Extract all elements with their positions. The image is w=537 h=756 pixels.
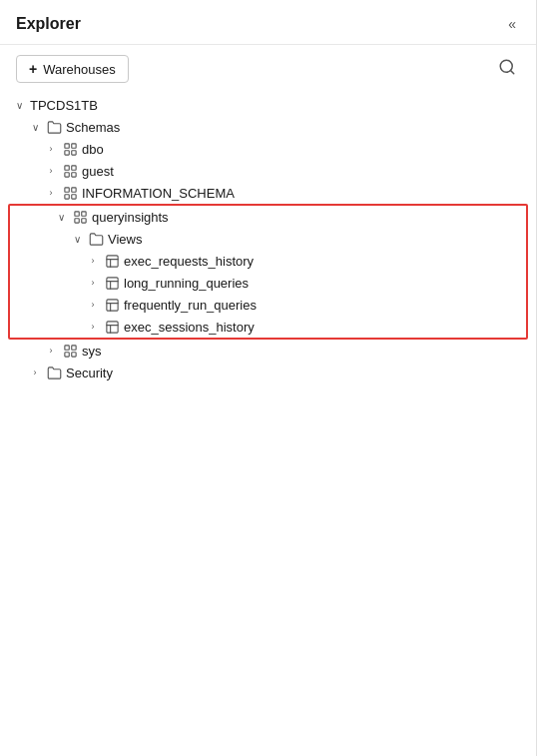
node-label: Views: [108, 232, 142, 247]
svg-rect-11: [71, 187, 75, 191]
node-label: guest: [82, 164, 114, 179]
chevron-right-icon: ›: [44, 166, 58, 176]
folder-icon: [88, 231, 104, 247]
tree-node-security[interactable]: › Security: [0, 362, 536, 383]
collapse-button[interactable]: «: [504, 14, 520, 34]
node-label: sys: [82, 344, 102, 359]
node-label: TPCDS1TB: [30, 98, 98, 113]
node-label: queryinsights: [92, 210, 169, 225]
chevron-right-icon: ›: [86, 322, 100, 332]
svg-rect-32: [64, 352, 68, 356]
node-label: Security: [66, 366, 113, 380]
add-warehouses-button[interactable]: + Warehouses: [16, 55, 129, 83]
chevron-right-icon: ›: [44, 346, 58, 356]
node-label: Schemas: [66, 120, 120, 135]
chevron-right-icon: ›: [86, 256, 100, 266]
svg-rect-16: [74, 218, 78, 222]
svg-rect-24: [106, 299, 117, 310]
view-icon: [104, 297, 120, 313]
svg-rect-18: [106, 255, 117, 266]
chevron-down-icon: ∨: [70, 234, 84, 245]
tree-node-views[interactable]: ∨ Views: [10, 228, 526, 250]
toolbar: + Warehouses: [0, 45, 536, 91]
schema-icon: [62, 343, 78, 359]
chevron-right-icon: ›: [28, 368, 42, 378]
view-icon: [104, 253, 120, 269]
view-icon: [104, 319, 120, 335]
svg-rect-13: [71, 194, 75, 198]
warehouses-label: Warehouses: [43, 62, 116, 77]
tree-node-exec-sessions-history[interactable]: › exec_sessions_history: [10, 316, 526, 338]
node-label: exec_requests_history: [124, 254, 254, 269]
panel-title: Explorer: [16, 15, 81, 33]
tree-node-dbo[interactable]: › dbo: [0, 138, 536, 160]
chevron-down-icon: ∨: [54, 212, 68, 223]
svg-rect-14: [74, 211, 78, 215]
schema-icon: [72, 209, 88, 225]
chevron-down-icon: ∨: [28, 122, 42, 133]
tree-node-exec-requests-history[interactable]: › exec_requests_history: [10, 250, 526, 272]
folder-icon: [46, 119, 62, 135]
svg-rect-10: [64, 187, 68, 191]
svg-rect-8: [64, 172, 68, 176]
svg-rect-7: [71, 165, 75, 169]
svg-rect-12: [64, 194, 68, 198]
svg-line-1: [510, 70, 513, 73]
chevron-right-icon: ›: [86, 300, 100, 310]
tree-node-guest[interactable]: › guest: [0, 160, 536, 182]
chevron-right-icon: ›: [44, 188, 58, 198]
tree-node-sys[interactable]: › sys: [0, 340, 536, 362]
node-label: exec_sessions_history: [124, 320, 255, 335]
tree-node-frequently-run-queries[interactable]: › frequently_run_queries: [10, 294, 526, 316]
chevron-down-icon: ∨: [12, 100, 26, 111]
node-label: frequently_run_queries: [124, 298, 257, 313]
svg-rect-4: [64, 150, 68, 154]
view-icon: [104, 275, 120, 291]
svg-rect-17: [81, 218, 85, 222]
highlight-box: ∨ queryinsights ∨: [8, 204, 528, 340]
search-icon: [498, 58, 516, 76]
tree: ∨ TPCDS1TB ∨ Schemas ›: [0, 91, 536, 756]
chevron-right-icon: ›: [44, 144, 58, 154]
schema-icon: [62, 163, 78, 179]
node-label: dbo: [82, 142, 104, 157]
svg-rect-31: [71, 345, 75, 349]
panel-header: Explorer «: [0, 0, 536, 45]
schema-icon: [62, 141, 78, 157]
tree-node-long-running-queries[interactable]: › long_running_queries: [10, 272, 526, 294]
tree-node-queryinsights[interactable]: ∨ queryinsights: [10, 206, 526, 228]
svg-rect-9: [71, 172, 75, 176]
node-label: long_running_queries: [124, 276, 249, 291]
schema-icon: [62, 185, 78, 201]
tree-node-tpcds1tb[interactable]: ∨ TPCDS1TB: [0, 95, 536, 116]
svg-rect-27: [106, 321, 117, 332]
tree-node-schemas[interactable]: ∨ Schemas: [0, 116, 536, 138]
svg-rect-33: [71, 352, 75, 356]
chevron-right-icon: ›: [86, 278, 100, 288]
svg-rect-21: [106, 277, 117, 288]
svg-rect-15: [81, 211, 85, 215]
svg-rect-3: [71, 143, 75, 147]
svg-rect-5: [71, 150, 75, 154]
tree-node-information-schema[interactable]: › INFORMATION_SCHEMA: [0, 182, 536, 204]
node-label: INFORMATION_SCHEMA: [82, 186, 235, 201]
plus-icon: +: [29, 61, 37, 77]
svg-rect-2: [64, 143, 68, 147]
svg-rect-6: [64, 165, 68, 169]
folder-icon: [46, 365, 62, 380]
explorer-panel: Explorer « + Warehouses ∨ TPCDS1TB ∨: [0, 0, 537, 756]
svg-rect-30: [64, 345, 68, 349]
search-button[interactable]: [494, 56, 520, 82]
